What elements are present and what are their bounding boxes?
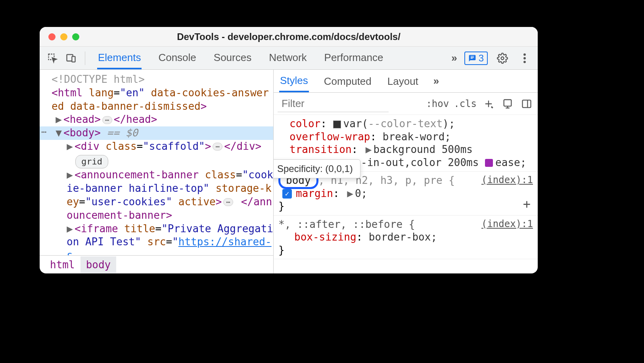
device-mode-icon[interactable] — [63, 51, 79, 66]
tab-performance[interactable]: Performance — [324, 47, 384, 69]
dom-announcement-banner[interactable]: ▶<announcement-banner class="cookie-bann… — [40, 168, 273, 222]
window-title: DevTools - developer.chrome.com/docs/dev… — [40, 31, 538, 42]
dom-html-open[interactable]: <html lang="en" data-cookies-answered da… — [40, 86, 273, 113]
expand-caret-icon[interactable]: ▶ — [56, 113, 62, 126]
stab-layout[interactable]: Layout — [387, 71, 419, 92]
style-rule-universal[interactable]: (index):1 *, ::after, ::before { box-siz… — [274, 216, 538, 260]
prop-margin[interactable]: ✓margin: ▶0; — [278, 187, 533, 200]
expand-caret-icon[interactable]: ▶ — [67, 168, 73, 182]
styles-rules-list: color: var(--color-text); overflow-wrap:… — [274, 115, 538, 273]
dom-iframe[interactable]: ▶<iframe title="Private Aggregation API … — [40, 222, 273, 255]
svg-rect-8 — [523, 100, 531, 107]
svg-rect-2 — [72, 56, 75, 62]
expand-caret-icon[interactable]: ▶ — [67, 140, 73, 153]
styles-panel: Styles Computed Layout » :hov .cls — [274, 70, 538, 273]
tab-sources[interactable]: Sources — [213, 47, 252, 69]
main-toolbar: Elements Console Sources Network Perform… — [40, 47, 538, 70]
inspect-element-icon[interactable] — [45, 51, 60, 66]
more-styles-tabs-icon[interactable]: » — [433, 75, 439, 87]
collapsed-ellipsis-icon[interactable]: ⋯ — [213, 143, 222, 151]
stab-styles[interactable]: Styles — [279, 70, 309, 92]
cls-button[interactable]: .cls — [454, 98, 477, 109]
prop-transition[interactable]: transition: ▶background 500ms — [289, 143, 533, 156]
close-window-button[interactable] — [48, 33, 56, 40]
rule-close-brace: } — [278, 200, 533, 213]
property-checkbox[interactable]: ✓ — [282, 189, 292, 199]
new-style-rule-icon[interactable] — [481, 97, 496, 111]
issues-icon — [468, 54, 476, 62]
minimize-window-button[interactable] — [60, 33, 67, 40]
toolbar-right: » 3 — [451, 51, 532, 66]
dom-tree[interactable]: <!DOCTYPE html> <html lang="en" data-coo… — [40, 70, 273, 255]
main-tabs: Elements Console Sources Network Perform… — [97, 47, 384, 69]
styles-filter-input[interactable] — [278, 96, 389, 112]
computed-styles-icon[interactable] — [500, 97, 515, 111]
styles-toolbar: :hov .cls — [274, 93, 538, 115]
prop-color[interactable]: color: var(--color-text); — [289, 117, 533, 130]
settings-gear-icon[interactable] — [495, 51, 510, 66]
svg-point-3 — [501, 57, 504, 59]
rule-source-link[interactable]: (index):1 — [481, 174, 533, 186]
expand-triangle-icon[interactable]: ▶ — [347, 187, 353, 200]
main-panels: <!DOCTYPE html> <html lang="en" data-coo… — [40, 70, 538, 273]
tab-console[interactable]: Console — [157, 47, 197, 69]
dom-doctype[interactable]: <!DOCTYPE html> — [40, 73, 273, 86]
breadcrumb-body[interactable]: body — [80, 256, 117, 273]
more-tabs-chevron-icon[interactable]: » — [451, 52, 457, 64]
breadcrumb: html body — [40, 255, 273, 273]
expand-triangle-icon[interactable]: ▶ — [366, 143, 372, 156]
maximize-window-button[interactable] — [72, 33, 79, 40]
collapse-caret-icon[interactable]: ▼ — [56, 126, 62, 140]
toolbar-separator — [85, 52, 85, 65]
elements-panel: <!DOCTYPE html> <html lang="en" data-coo… — [40, 70, 274, 273]
svg-rect-7 — [504, 99, 512, 106]
issues-badge[interactable]: 3 — [464, 52, 488, 65]
breadcrumb-html[interactable]: html — [44, 256, 80, 273]
grid-badge[interactable]: grid — [40, 153, 273, 169]
tab-elements[interactable]: Elements — [97, 47, 142, 69]
svg-point-4 — [523, 53, 526, 55]
timing-function-icon[interactable] — [485, 159, 493, 167]
collapsed-ellipsis-icon[interactable]: ⋯ — [223, 198, 233, 206]
specificity-tooltip: Specificity: (0,0,1) — [274, 159, 360, 178]
svg-point-6 — [523, 61, 526, 63]
titlebar: DevTools - developer.chrome.com/docs/dev… — [40, 27, 538, 47]
collapsed-ellipsis-icon[interactable]: ⋯ — [102, 116, 112, 124]
dom-head[interactable]: ▶<head>⋯</head> — [40, 113, 273, 126]
traffic-lights — [48, 33, 79, 40]
dom-body-selected[interactable]: ▼<body> == $0 — [40, 126, 273, 140]
add-property-icon[interactable]: + — [523, 196, 531, 212]
styles-tabs: Styles Computed Layout » — [274, 70, 538, 93]
expand-caret-icon[interactable]: ▶ — [67, 222, 73, 236]
svg-point-5 — [523, 57, 526, 59]
devtools-window: DevTools - developer.chrome.com/docs/dev… — [40, 27, 538, 273]
tab-network[interactable]: Network — [268, 47, 307, 69]
dom-div-scaffold[interactable]: ▶<div class="scaffold">⋯</div> — [40, 140, 273, 153]
stab-computed[interactable]: Computed — [323, 71, 372, 92]
toggle-sidebar-icon[interactable] — [519, 97, 534, 111]
prop-box-sizing[interactable]: box-sizing: border-box; — [278, 231, 533, 244]
rule-source-link[interactable]: (index):1 — [481, 218, 533, 230]
color-swatch-icon[interactable] — [333, 120, 341, 128]
rule-close-brace: } — [278, 244, 533, 257]
issues-count: 3 — [479, 53, 484, 64]
hov-button[interactable]: :hov — [426, 98, 449, 109]
prop-overflow-wrap[interactable]: overflow-wrap: break-word; — [289, 130, 533, 143]
kebab-menu-icon[interactable] — [517, 51, 532, 66]
